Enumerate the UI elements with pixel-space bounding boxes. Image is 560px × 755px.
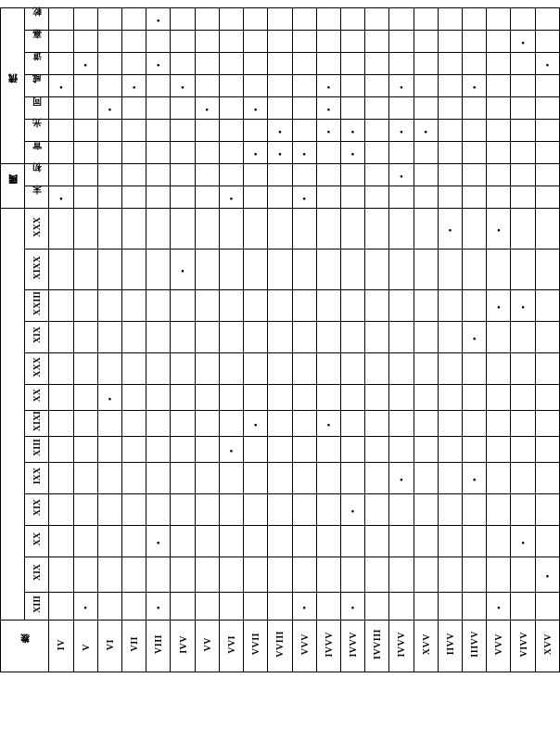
grid-cell	[365, 353, 389, 385]
grid-cell	[171, 186, 195, 209]
grid-cell	[511, 209, 535, 250]
grid-cell	[171, 250, 195, 290]
grid-cell	[487, 411, 511, 437]
grid-cell	[511, 385, 535, 411]
column-header: VIVV	[511, 621, 535, 672]
grid-cell	[316, 385, 340, 411]
grid-cell	[171, 31, 195, 53]
grid-cell	[146, 120, 171, 142]
row-header: 乾	[25, 8, 49, 31]
grid-cell	[316, 31, 340, 53]
grid-cell	[487, 8, 511, 31]
grid-cell	[316, 593, 340, 621]
grid-cell	[389, 385, 414, 411]
row-header: XX	[25, 385, 49, 411]
grid-cell	[171, 385, 195, 411]
grid-cell	[49, 463, 73, 494]
grid-cell	[97, 164, 121, 186]
grid-cell	[73, 593, 97, 621]
column-header: XVV	[414, 621, 438, 672]
row-header: XIXX	[25, 250, 49, 290]
grid-cell	[414, 142, 438, 164]
grid-cell	[535, 75, 559, 97]
grid-cell	[414, 322, 438, 353]
grid-cell	[292, 463, 316, 494]
grid-cell	[463, 209, 487, 250]
grid-cell	[73, 322, 97, 353]
grid-cell	[171, 593, 195, 621]
grid-cell	[195, 557, 219, 593]
grid-cell	[511, 142, 535, 164]
column-header: VVV	[487, 621, 511, 672]
grid-cell	[195, 186, 219, 209]
grid-cell	[219, 526, 243, 557]
grid-cell	[389, 411, 414, 437]
grid-cell	[487, 437, 511, 463]
grid-cell	[438, 209, 462, 250]
grid-cell	[146, 250, 171, 290]
grid-cell	[535, 385, 559, 411]
grid-cell	[535, 290, 559, 322]
grid-cell	[73, 526, 97, 557]
corner-label: 卷次	[1, 621, 49, 672]
grid-cell	[121, 142, 146, 164]
grid-cell	[463, 593, 487, 621]
grid-cell	[487, 250, 511, 290]
grid-cell	[73, 186, 97, 209]
grid-cell	[365, 186, 389, 209]
grid-cell	[244, 526, 268, 557]
column-header: VVII	[244, 621, 268, 672]
grid-cell	[535, 186, 559, 209]
grid-cell	[219, 8, 243, 31]
grid-cell	[389, 8, 414, 31]
grid-cell	[268, 97, 292, 120]
grid-cell	[389, 437, 414, 463]
grid-cell	[268, 53, 292, 75]
grid-cell	[463, 437, 487, 463]
grid-cell	[268, 526, 292, 557]
grid-cell	[292, 164, 316, 186]
grid-cell	[171, 8, 195, 31]
grid-cell	[292, 557, 316, 593]
grid-cell	[438, 411, 462, 437]
grid-cell	[97, 290, 121, 322]
column-header: VVV	[292, 621, 316, 672]
grid-cell	[268, 164, 292, 186]
grid-cell	[389, 53, 414, 75]
grid-cell	[244, 120, 268, 142]
grid-cell	[316, 557, 340, 593]
grid-cell	[268, 186, 292, 209]
grid-cell	[340, 186, 364, 209]
grid-cell	[49, 526, 73, 557]
column-header: VV	[195, 621, 219, 672]
grid-cell	[463, 322, 487, 353]
grid-cell	[244, 164, 268, 186]
grid-cell	[121, 164, 146, 186]
grid-cell	[219, 142, 243, 164]
grid-cell	[340, 290, 364, 322]
grid-cell	[292, 8, 316, 31]
grid-cell	[73, 437, 97, 463]
grid-cell	[438, 593, 462, 621]
grid-cell	[121, 593, 146, 621]
row-header: XXX	[25, 353, 49, 385]
grid-cell	[535, 494, 559, 526]
grid-cell	[487, 31, 511, 53]
grid-cell	[389, 164, 414, 186]
grid-cell	[365, 322, 389, 353]
grid-cell	[49, 142, 73, 164]
grid-cell	[511, 463, 535, 494]
grid-cell	[244, 353, 268, 385]
grid-cell	[292, 75, 316, 97]
grid-cell	[171, 53, 195, 75]
row-header: 嘉	[25, 31, 49, 53]
grid-cell	[365, 8, 389, 31]
grid-cell	[292, 31, 316, 53]
grid-cell	[535, 53, 559, 75]
grid-cell	[292, 526, 316, 557]
grid-cell	[97, 53, 121, 75]
grid-cell	[97, 353, 121, 385]
grid-cell	[487, 322, 511, 353]
grid-cell	[244, 8, 268, 31]
grid-cell	[365, 250, 389, 290]
